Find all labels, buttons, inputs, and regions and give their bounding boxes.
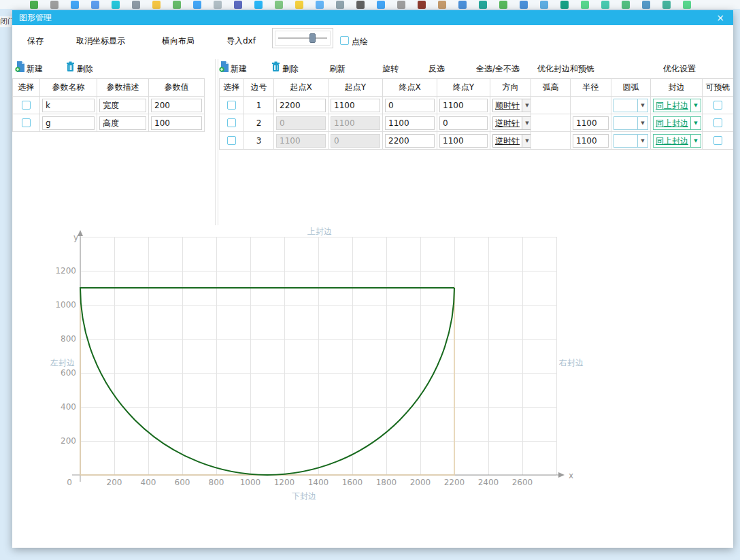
slider-thumb[interactable]	[309, 33, 316, 43]
radius-input[interactable]: 1100	[573, 116, 609, 130]
taskbar-icon[interactable]	[438, 1, 446, 9]
dropdown-arrow-icon[interactable]: ▼	[637, 117, 648, 129]
taskbar-icon[interactable]	[397, 1, 405, 9]
taskbar-icon[interactable]	[458, 1, 467, 9]
side-tab-door[interactable]: 闭门	[0, 16, 12, 27]
taskbar-icon[interactable]	[377, 1, 385, 9]
premill-checkbox[interactable]	[713, 101, 722, 110]
arc-select[interactable]: ▼	[613, 134, 648, 148]
end-x-input[interactable]: 1100	[385, 116, 435, 130]
taskbar-icon[interactable]	[520, 1, 528, 9]
select-all-button[interactable]: 全选/全不选	[476, 63, 520, 75]
arc-select[interactable]: ▼	[613, 116, 648, 130]
taskbar-icon[interactable]	[336, 1, 344, 9]
end-x-input[interactable]: 0	[385, 99, 435, 112]
start-x-input[interactable]: 1100	[276, 134, 326, 148]
taskbar-icon[interactable]	[91, 1, 99, 9]
param-delete-button[interactable]: 删除	[77, 63, 93, 75]
radius-input[interactable]: 1100	[573, 134, 609, 148]
param-desc-input[interactable]: 宽度	[99, 99, 146, 112]
taskbar-icon[interactable]	[356, 1, 365, 9]
taskbar-icon[interactable]	[173, 1, 181, 9]
taskbar-icon[interactable]	[152, 1, 161, 9]
import-dxf-button[interactable]: 导入dxf	[226, 35, 256, 47]
direction-select[interactable]: 顺时针▼	[492, 99, 531, 112]
row-select-checkbox[interactable]	[22, 118, 31, 127]
dropdown-arrow-icon[interactable]: ▼	[522, 117, 531, 129]
edge-band-select[interactable]: 同上封边▼	[653, 99, 701, 112]
taskbar-icon[interactable]	[254, 1, 263, 9]
taskbar-icon[interactable]	[30, 1, 38, 9]
horizontal-layout-button[interactable]: 横向布局	[162, 35, 195, 47]
taskbar-icon[interactable]	[601, 1, 609, 9]
taskbar-icon[interactable]	[112, 1, 120, 9]
taskbar-icon[interactable]	[499, 1, 507, 9]
param-new-button[interactable]: 新建	[27, 63, 43, 75]
refresh-button[interactable]: 刷新	[329, 63, 346, 75]
optimize-edge-button[interactable]: 优化封边和预铣	[537, 63, 594, 75]
rotate-button[interactable]: 旋转	[382, 63, 399, 75]
arc-select[interactable]: ▼	[613, 99, 648, 112]
taskbar-icon[interactable]	[316, 1, 324, 9]
taskbar-icon[interactable]	[479, 1, 487, 9]
taskbar-icon[interactable]	[214, 1, 222, 9]
taskbar-icon[interactable]	[295, 1, 303, 9]
row-select-checkbox[interactable]	[227, 101, 236, 110]
point-draw-checkbox[interactable]	[340, 36, 349, 45]
end-y-input[interactable]: 1100	[439, 134, 488, 148]
direction-select[interactable]: 逆时针▼	[492, 116, 531, 130]
edge-band-select[interactable]: 同上封边▼	[653, 116, 701, 130]
left-edge-label[interactable]: 左封边	[50, 358, 75, 367]
taskbar-icon[interactable]	[662, 1, 671, 9]
row-select-checkbox[interactable]	[227, 118, 236, 127]
cancel-coords-button[interactable]: 取消坐标显示	[76, 35, 125, 47]
start-y-input[interactable]: 1100	[331, 99, 380, 112]
bottom-edge-label[interactable]: 下封边	[292, 491, 316, 501]
taskbar-icon[interactable]	[275, 1, 283, 9]
param-desc-input[interactable]: 高度	[99, 116, 146, 130]
taskbar-icon[interactable]	[683, 1, 691, 9]
premill-checkbox[interactable]	[713, 136, 722, 145]
row-select-checkbox[interactable]	[22, 101, 31, 110]
param-value-input[interactable]: 100	[151, 116, 202, 130]
dropdown-arrow-icon[interactable]: ▼	[637, 135, 648, 147]
close-button[interactable]: ×	[714, 12, 726, 23]
start-y-input[interactable]: 1100	[331, 116, 380, 130]
taskbar-icon[interactable]	[581, 1, 589, 9]
optimize-settings-button[interactable]: 优化设置	[663, 63, 696, 75]
edge-delete-button[interactable]: 删除	[282, 63, 299, 75]
dropdown-arrow-icon[interactable]: ▼	[690, 135, 701, 147]
end-y-input[interactable]: 1100	[439, 99, 488, 112]
dropdown-arrow-icon[interactable]: ▼	[690, 99, 701, 112]
save-button[interactable]: 保存	[27, 35, 44, 47]
row-select-checkbox[interactable]	[227, 136, 236, 145]
slider-track[interactable]	[278, 37, 327, 39]
right-edge-label[interactable]: 右封边	[558, 358, 584, 367]
param-name-input[interactable]: k	[42, 99, 95, 112]
taskbar-icon[interactable]	[132, 1, 140, 9]
taskbar-icon[interactable]	[622, 1, 630, 9]
invert-selection-button[interactable]: 反选	[428, 63, 445, 75]
edge-new-button[interactable]: 新建	[231, 63, 247, 75]
start-x-input[interactable]: 0	[276, 116, 326, 130]
taskbar-icon[interactable]	[560, 1, 569, 9]
dropdown-arrow-icon[interactable]: ▼	[522, 135, 531, 147]
dropdown-arrow-icon[interactable]: ▼	[690, 117, 701, 129]
end-x-input[interactable]: 2200	[385, 134, 435, 148]
param-value-input[interactable]: 200	[151, 99, 202, 112]
start-y-input[interactable]: 0	[331, 134, 380, 148]
edge-band-select[interactable]: 同上封边▼	[653, 134, 701, 148]
taskbar-icon[interactable]	[50, 1, 58, 9]
param-name-input[interactable]: g	[42, 116, 95, 130]
top-edge-label[interactable]: 上封边	[307, 227, 332, 236]
dropdown-arrow-icon[interactable]: ▼	[637, 99, 648, 112]
panel-splitter[interactable]	[215, 59, 218, 225]
direction-select[interactable]: 逆时针▼	[492, 134, 531, 148]
taskbar-icon[interactable]	[642, 1, 650, 9]
taskbar-icon[interactable]	[234, 1, 242, 9]
dropdown-arrow-icon[interactable]: ▼	[522, 99, 531, 112]
end-y-input[interactable]: 0	[439, 116, 488, 130]
start-x-input[interactable]: 2200	[276, 99, 326, 112]
taskbar-icon[interactable]	[71, 1, 79, 9]
taskbar-icon[interactable]	[540, 1, 548, 9]
